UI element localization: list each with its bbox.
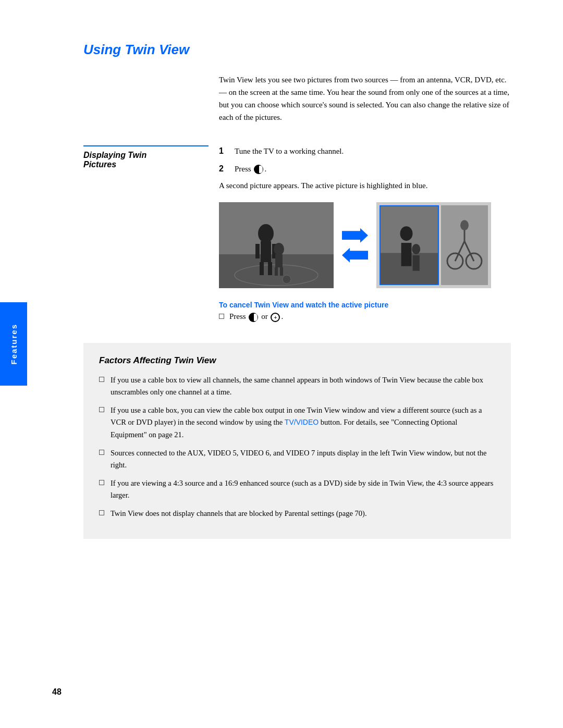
step-2-text: Press .: [235, 163, 266, 175]
cancel-bullet-sq: [219, 314, 224, 319]
soccer-svg: [219, 202, 334, 288]
bullet-text-4: If you are viewing a 4:3 source and a 16…: [111, 477, 495, 501]
cancel-bullet: Press or +.: [219, 312, 511, 322]
svg-rect-20: [441, 205, 488, 285]
side-tab-label: Features: [9, 324, 18, 365]
bullet-sq-2: [99, 407, 104, 412]
svg-rect-17: [401, 243, 412, 266]
twin-panel: [376, 202, 491, 288]
main-content: Using Twin View Twin View lets you see t…: [83, 42, 511, 539]
svg-rect-4: [261, 241, 271, 262]
svg-rect-10: [275, 254, 283, 267]
bullet-sq-4: [99, 480, 104, 485]
bullet-sq-5: [99, 510, 104, 515]
bullet-item-1: If you use a cable box to view all chann…: [99, 374, 495, 398]
images-area: [219, 202, 511, 288]
bullet-text-2: If you use a cable box, you can view the…: [111, 404, 495, 441]
bullet-item-2: If you use a cable box, you can view the…: [99, 404, 495, 441]
svg-rect-11: [275, 267, 278, 276]
svg-point-13: [283, 275, 291, 283]
svg-point-3: [258, 224, 274, 243]
step-1-number: 1: [219, 144, 228, 158]
svg-point-18: [412, 244, 420, 254]
side-tab: Features: [0, 302, 27, 386]
step-2-number: 2: [219, 162, 228, 176]
arrow-left-icon: [342, 248, 368, 263]
intro-text: Twin View lets you see two pictures from…: [219, 73, 511, 124]
page-container: Features Using Twin View Twin View lets …: [0, 0, 563, 728]
intro-section: Twin View lets you see two pictures from…: [83, 73, 511, 124]
step-2: 2 Press .: [219, 162, 511, 176]
svg-point-16: [400, 226, 413, 241]
twin-right-svg: [441, 205, 488, 285]
arrow-right-icon: [342, 228, 368, 243]
svg-rect-5: [260, 262, 264, 275]
bullet-sq-3: [99, 450, 104, 455]
page-title: Using Twin View: [83, 42, 511, 58]
cancel-button-icon: [249, 313, 258, 322]
factors-section: Factors Affecting Twin View If you use a…: [83, 343, 511, 539]
twin-right-image: [441, 205, 488, 285]
intro-left-spacer: [83, 73, 219, 124]
cancel-bullet-text: Press or +.: [229, 312, 283, 322]
bullet-text-1: If you use a cable box to view all chann…: [111, 374, 495, 398]
tv-video-link[interactable]: TV/VIDEO: [285, 418, 319, 426]
svg-point-26: [460, 220, 469, 230]
cancel-circle-icon: +: [271, 313, 280, 322]
step-2-subtext: A second picture appears. The active pic…: [219, 179, 511, 192]
twin-left-image: [380, 205, 439, 285]
step-1: 1 Tune the TV to a working channel.: [219, 144, 511, 158]
main-image-inner: [219, 202, 334, 288]
section-label-title: Displaying Twin Pictures: [83, 145, 209, 169]
section-content: 1 Tune the TV to a working channel. 2 Pr…: [219, 144, 511, 327]
svg-rect-7: [255, 244, 260, 258]
step-1-text: Tune the TV to a working channel.: [235, 145, 344, 157]
displaying-twin-section: Displaying Twin Pictures 1 Tune the TV t…: [83, 144, 511, 327]
factors-title: Factors Affecting Twin View: [99, 355, 495, 366]
bullet-text-5: Twin View does not display channels that…: [111, 508, 495, 520]
svg-rect-6: [268, 262, 272, 275]
bullet-sq-1: [99, 377, 104, 382]
twin-view-button-icon: [254, 165, 263, 174]
cancel-link-section: To cancel Twin View and watch the active…: [219, 301, 511, 322]
page-number: 48: [52, 687, 62, 697]
arrows-area: [342, 228, 368, 263]
bullet-text-3: Sources connected to the AUX, VIDEO 5, V…: [111, 447, 495, 471]
twin-left-svg: [381, 206, 438, 284]
cancel-link-title: To cancel Twin View and watch the active…: [219, 301, 511, 309]
main-image: [219, 202, 334, 288]
svg-rect-19: [413, 255, 420, 271]
bullet-item-3: Sources connected to the AUX, VIDEO 5, V…: [99, 447, 495, 471]
section-label: Displaying Twin Pictures: [83, 144, 219, 327]
bullet-item-4: If you are viewing a 4:3 source and a 16…: [99, 477, 495, 501]
svg-point-9: [274, 243, 284, 255]
svg-rect-12: [280, 267, 283, 276]
bullet-item-5: Twin View does not display channels that…: [99, 508, 495, 520]
